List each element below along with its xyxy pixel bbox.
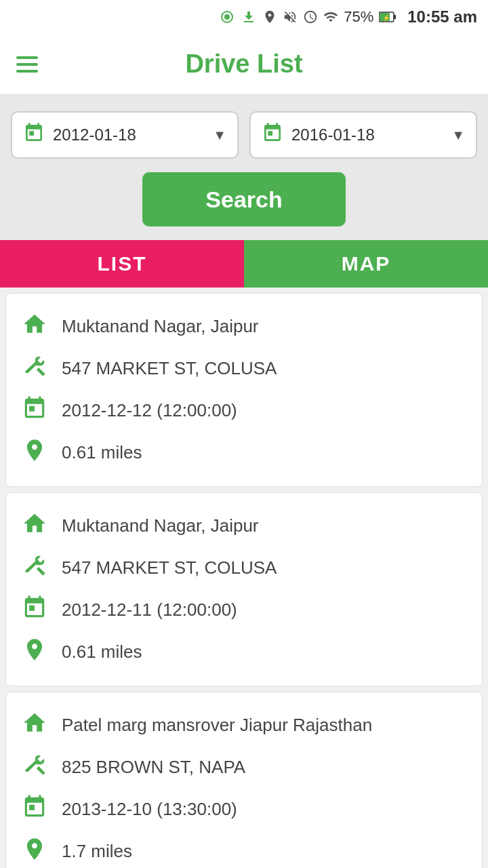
item-datetime-row: 2012-12-12 (12:00:00): [20, 390, 468, 432]
start-date-picker[interactable]: 2012-01-18 ▼: [11, 111, 239, 159]
hammer-icon: [20, 353, 49, 384]
item-location-row: Muktanand Nagar, Jaipur: [20, 306, 468, 348]
item-address: 547 MARKET ST, COLUSA: [62, 557, 277, 580]
item-datetime-row: 2013-12-10 (13:30:00): [20, 789, 468, 831]
calendar-icon: [20, 395, 49, 427]
item-location: Patel marg mansrover Jiapur Rajasthan: [62, 714, 372, 737]
menu-button[interactable]: [16, 56, 38, 73]
item-distance: 0.61 miles: [62, 641, 142, 664]
item-address-row: 547 MARKET ST, COLUSA: [20, 547, 468, 589]
hammer-icon: [20, 553, 49, 584]
item-location-row: Muktanand Nagar, Jaipur: [20, 505, 468, 547]
home-icon: [20, 511, 49, 542]
item-location: Muktanand Nagar, Jaipur: [62, 515, 259, 538]
calendar-icon: [20, 794, 49, 825]
item-address: 825 BROWN ST, NAPA: [62, 756, 245, 779]
svg-point-1: [224, 14, 230, 20]
item-datetime: 2013-12-10 (13:30:00): [62, 798, 237, 821]
tab-list[interactable]: LIST: [0, 240, 244, 288]
pin-icon: [20, 437, 49, 469]
filter-area: 2012-01-18 ▼ 2016-01-18 ▼ Search: [0, 95, 488, 240]
status-time: 10:55 am: [407, 7, 477, 26]
item-datetime: 2012-12-12 (12:00:00): [62, 399, 237, 422]
list-item[interactable]: Patel marg mansrover Jiapur Rajasthan 82…: [5, 692, 483, 868]
end-date-arrow: ▼: [451, 127, 465, 143]
item-distance: 1.7 miles: [62, 840, 132, 863]
calendar-icon-start: [23, 122, 45, 149]
start-date-value: 2012-01-18: [53, 125, 205, 144]
item-address: 547 MARKET ST, COLUSA: [62, 357, 277, 380]
end-date-picker[interactable]: 2016-01-18 ▼: [249, 111, 477, 159]
svg-text:⚡: ⚡: [382, 14, 391, 22]
page-title: Drive List: [185, 50, 302, 79]
calendar-icon: [20, 595, 49, 626]
calendar-icon-end: [262, 122, 283, 149]
item-address-row: 825 BROWN ST, NAPA: [20, 747, 468, 789]
item-location: Muktanand Nagar, Jaipur: [62, 315, 259, 338]
start-date-arrow: ▼: [213, 127, 226, 143]
list-item[interactable]: Muktanand Nagar, Jaipur 547 MARKET ST, C…: [5, 492, 483, 686]
app-header: Drive List: [0, 34, 488, 95]
home-icon: [20, 311, 49, 342]
item-datetime-row: 2012-12-11 (12:00:00): [20, 589, 468, 631]
search-button[interactable]: Search: [142, 172, 346, 226]
item-datetime: 2012-12-11 (12:00:00): [62, 599, 237, 622]
date-row: 2012-01-18 ▼ 2016-01-18 ▼: [11, 111, 477, 159]
status-icons: 75% ⚡ 10:55 am: [219, 7, 477, 26]
home-icon: [20, 710, 49, 741]
drive-list: Muktanand Nagar, Jaipur 547 MARKET ST, C…: [0, 293, 488, 868]
item-distance-row: 0.61 miles: [20, 631, 468, 673]
item-address-row: 547 MARKET ST, COLUSA: [20, 348, 468, 390]
pin-icon: [20, 637, 49, 668]
item-distance: 0.61 miles: [62, 441, 142, 465]
item-distance-row: 1.7 miles: [20, 831, 468, 868]
tab-bar: LIST MAP: [0, 240, 488, 288]
svg-rect-3: [394, 15, 396, 19]
tab-map[interactable]: MAP: [244, 240, 488, 288]
hammer-icon: [20, 752, 49, 783]
list-item[interactable]: Muktanand Nagar, Jaipur 547 MARKET ST, C…: [5, 293, 483, 487]
item-distance-row: 0.61 miles: [20, 432, 468, 474]
end-date-value: 2016-01-18: [291, 125, 443, 144]
battery-text: 75%: [344, 8, 373, 26]
item-location-row: Patel marg mansrover Jiapur Rajasthan: [20, 705, 468, 747]
pin-icon: [20, 836, 49, 867]
status-bar: 75% ⚡ 10:55 am: [0, 0, 488, 34]
